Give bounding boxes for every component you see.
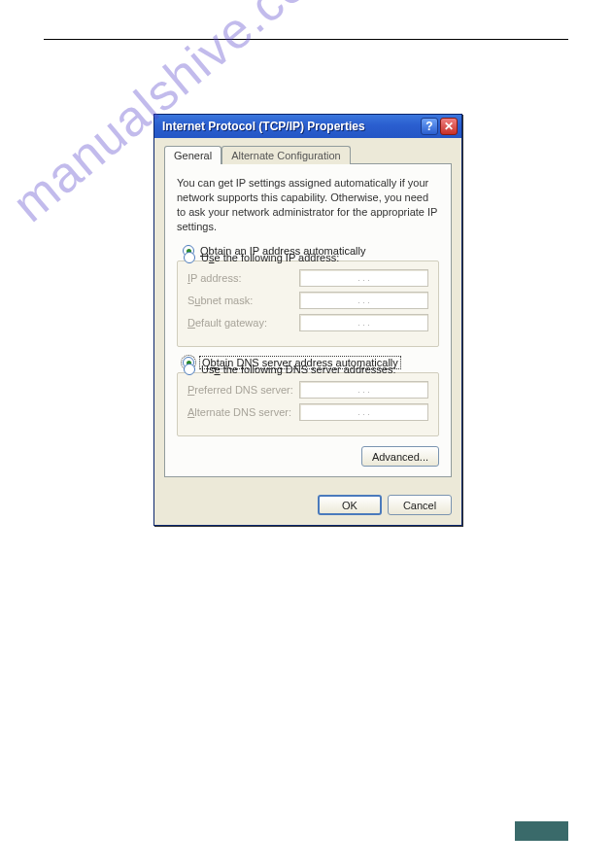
preferred-dns-input[interactable]: . . . (299, 381, 428, 399)
field-label: Default gateway: (187, 317, 299, 329)
field-label: Subnet mask: (187, 295, 299, 306)
radio-icon (184, 252, 195, 263)
tcpip-properties-dialog: Internet Protocol (TCP/IP) Properties ? … (153, 114, 462, 526)
titlebar[interactable]: Internet Protocol (TCP/IP) Properties ? … (154, 115, 461, 138)
advanced-row: Advanced... (177, 446, 439, 467)
field-label: Preferred DNS server: (187, 384, 299, 396)
ip-address-input[interactable]: . . . (299, 269, 428, 287)
description-text: You can get IP settings assigned automat… (177, 176, 439, 233)
alternate-dns-input[interactable]: . . . (299, 403, 428, 421)
close-icon[interactable]: ✕ (440, 118, 458, 135)
field-label: Alternate DNS server: (187, 406, 299, 418)
field-label: IP address: (187, 272, 299, 284)
field-subnet-mask: Subnet mask: . . . (187, 292, 428, 309)
dialog-footer: OK Cancel (154, 487, 461, 525)
field-preferred-dns: Preferred DNS server: . . . (187, 381, 428, 399)
dns-manual-group: Use the following DNS server addresses: … (177, 372, 439, 436)
ip-manual-group: Use the following IP address: IP address… (177, 260, 439, 347)
field-alternate-dns: Alternate DNS server: . . . (187, 403, 428, 421)
tab-panel-general: You can get IP settings assigned automat… (164, 163, 452, 477)
subnet-mask-input[interactable]: . . . (299, 292, 428, 309)
ok-button[interactable]: OK (318, 495, 382, 515)
advanced-button[interactable]: Advanced... (361, 446, 439, 467)
field-ip-address: IP address: . . . (187, 269, 428, 287)
default-gateway-input[interactable]: . . . (299, 314, 428, 331)
cancel-button[interactable]: Cancel (388, 495, 452, 515)
page-header-rule (44, 39, 568, 40)
page-footer-block (515, 821, 568, 841)
field-default-gateway: Default gateway: . . . (187, 314, 428, 331)
radio-icon (184, 364, 195, 375)
dialog-body: General Alternate Configuration You can … (154, 138, 461, 487)
window-title: Internet Protocol (TCP/IP) Properties (162, 120, 419, 133)
help-icon[interactable]: ? (421, 118, 438, 135)
radio-use-following-dns[interactable]: Use the following DNS server addresses: (184, 364, 428, 375)
radio-label: Use the following DNS server addresses: (201, 364, 396, 375)
tab-alternate-configuration[interactable]: Alternate Configuration (221, 146, 351, 164)
radio-label: Use the following IP address: (201, 252, 339, 263)
radio-use-following-ip[interactable]: Use the following IP address: (184, 252, 428, 263)
tab-general[interactable]: General (164, 146, 221, 164)
tabstrip: General Alternate Configuration (164, 146, 452, 164)
